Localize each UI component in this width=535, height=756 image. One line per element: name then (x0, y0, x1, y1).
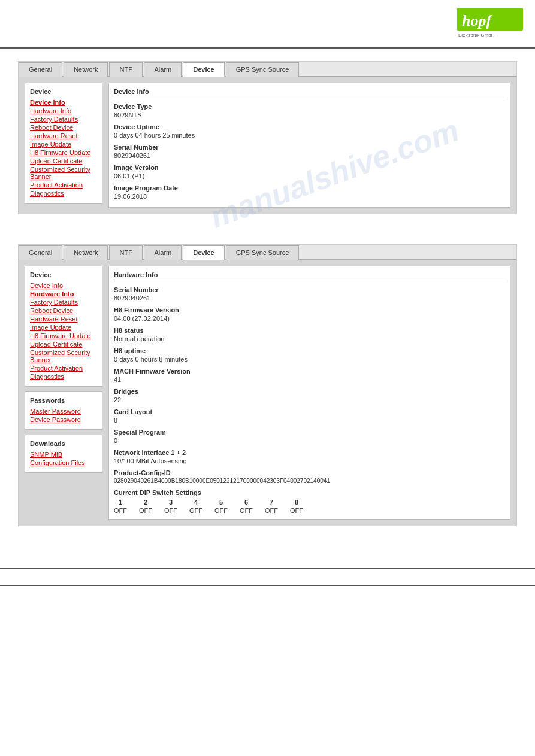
footer-line (0, 585, 535, 586)
dip-7: 7 OFF (265, 499, 278, 514)
field-device-type: Device Type 8029NTS (114, 103, 505, 119)
nav-device-info-2[interactable]: Device Info (30, 282, 97, 289)
tab-gps-1[interactable]: GPS Sync Source (226, 62, 300, 77)
field-h8-firmware: H8 Firmware Version 04.00 (27.02.2014) (114, 306, 505, 322)
passwords-title: Passwords (30, 397, 97, 404)
nav-master-password[interactable]: Master Password (30, 408, 97, 415)
dip-table: 1 OFF 2 OFF 3 OFF (114, 499, 505, 514)
left-nav-2: Device Device Info Hardware Info Factory… (25, 266, 102, 520)
dip-8: 8 OFF (290, 499, 303, 514)
tab-device-2[interactable]: Device (183, 245, 224, 260)
nav-config-files[interactable]: Configuration Files (30, 459, 97, 466)
downloads-box: Downloads SNMP MIB Configuration Files (25, 435, 102, 473)
nav-image-update-2[interactable]: Image Update (30, 324, 97, 331)
nav-factory-defaults-1[interactable]: Factory Defaults (30, 116, 97, 123)
panel-body-2: Device Device Info Hardware Info Factory… (19, 260, 516, 526)
field-image-version: Image Version 06.01 (P1) (114, 164, 505, 180)
nav-image-update-1[interactable]: Image Update (30, 141, 97, 148)
field-device-uptime: Device Uptime 0 days 04 hours 25 minutes (114, 123, 505, 139)
field-network-interface: Network Interface 1 + 2 10/100 MBit Auto… (114, 449, 505, 464)
field-h8-status: H8 status Normal operation (114, 327, 505, 342)
nav-upload-cert-1[interactable]: Upload Certificate (30, 157, 97, 165)
tab-network-1[interactable]: Network (64, 62, 108, 77)
nav-snmp-mib[interactable]: SNMP MIB (30, 451, 97, 458)
left-nav-box-1: Device Device Info Hardware Info Factory… (25, 83, 102, 204)
tab-network-2[interactable]: Network (64, 245, 108, 260)
field-serial-number-1: Serial Number 8029040261 (114, 144, 505, 159)
nav-hardware-info-1[interactable]: Hardware Info (30, 107, 97, 114)
tab-general-1[interactable]: General (19, 62, 62, 77)
section-divider (18, 232, 517, 244)
tab-alarm-1[interactable]: Alarm (144, 62, 182, 77)
nav-upload-cert-2[interactable]: Upload Certificate (30, 341, 97, 348)
dip-1: 1 OFF (114, 499, 127, 514)
svg-text:hopf: hopf (462, 12, 492, 29)
dip-6: 6 OFF (240, 499, 253, 514)
section-panel-2: General Network NTP Alarm Device GPS Syn… (18, 244, 517, 526)
dip-5: 5 OFF (214, 499, 228, 514)
dip-2: 2 OFF (139, 499, 152, 514)
left-nav-title-1: Device (30, 88, 97, 95)
svg-text:Elektronik GmbH: Elektronik GmbH (458, 32, 495, 38)
nav-hardware-info-2[interactable]: Hardware Info (30, 290, 97, 297)
nav-factory-defaults-2[interactable]: Factory Defaults (30, 299, 97, 306)
logo-area: hopf Elektronik GmbH (457, 8, 523, 39)
page-wrapper: hopf Elektronik GmbH General Network NTP… (0, 0, 535, 756)
nav-diagnostics-1[interactable]: Diagnostics (30, 190, 97, 197)
nav-security-banner-1[interactable]: Customized Security Banner (30, 166, 97, 180)
nav-reboot-device-1[interactable]: Reboot Device (30, 124, 97, 131)
field-h8-uptime: H8 uptime 0 days 0 hours 8 minutes (114, 347, 505, 363)
field-image-program-date: Image Program Date 19.06.2018 (114, 184, 505, 200)
nav-product-activation-2[interactable]: Product Activation (30, 365, 97, 372)
tab-alarm-2[interactable]: Alarm (144, 245, 182, 260)
nav-hardware-reset-2[interactable]: Hardware Reset (30, 315, 97, 323)
left-nav-1: Device Device Info Hardware Info Factory… (25, 83, 102, 208)
section-panel-1: General Network NTP Alarm Device GPS Syn… (18, 61, 517, 214)
passwords-box: Passwords Master Password Device Passwor… (25, 391, 102, 430)
dip-switch-section: Current DIP Switch Settings 1 OFF 2 OFF (114, 489, 505, 514)
nav-device-info-1[interactable]: Device Info (30, 99, 97, 106)
field-serial-number-2: Serial Number 8029040261 (114, 286, 505, 302)
dip-3: 3 OFF (164, 499, 177, 514)
tab-ntp-2[interactable]: NTP (109, 245, 143, 260)
nav-security-banner-2[interactable]: Customized Security Banner (30, 349, 97, 363)
field-bridges: Bridges 22 (114, 388, 505, 403)
tabs-1: General Network NTP Alarm Device GPS Syn… (19, 62, 516, 77)
field-mach-firmware: MACH Firmware Version 41 (114, 368, 505, 383)
left-nav-title-2: Device (30, 271, 97, 278)
field-special-program: Special Program 0 (114, 429, 505, 444)
right-title-1: Device Info (114, 88, 505, 98)
panel-body-1: Device Device Info Hardware Info Factory… (19, 77, 516, 214)
header: hopf Elektronik GmbH (0, 0, 535, 48)
hopf-logo: hopf Elektronik GmbH (457, 8, 523, 38)
right-content-1: Device Info Device Type 8029NTS Device U… (108, 83, 510, 208)
right-content-2: Hardware Info Serial Number 8029040261 H… (108, 266, 510, 520)
nav-product-activation-1[interactable]: Product Activation (30, 181, 97, 189)
main-content: General Network NTP Alarm Device GPS Syn… (0, 49, 535, 556)
dip-4: 4 OFF (189, 499, 202, 514)
nav-hardware-reset-1[interactable]: Hardware Reset (30, 132, 97, 139)
field-product-config-id: Product-Config-ID 028029040261B4000B180B… (114, 469, 505, 484)
tab-general-2[interactable]: General (19, 245, 62, 260)
footer (0, 568, 535, 586)
downloads-title: Downloads (30, 440, 97, 447)
tab-device-1[interactable]: Device (183, 62, 224, 77)
nav-h8-firmware-2[interactable]: H8 Firmware Update (30, 332, 97, 339)
left-nav-box-2: Device Device Info Hardware Info Factory… (25, 266, 102, 387)
nav-reboot-device-2[interactable]: Reboot Device (30, 307, 97, 314)
nav-h8-firmware-1[interactable]: H8 Firmware Update (30, 149, 97, 156)
tab-ntp-1[interactable]: NTP (109, 62, 143, 77)
right-title-2: Hardware Info (114, 271, 505, 281)
nav-device-password[interactable]: Device Password (30, 416, 97, 423)
nav-diagnostics-2[interactable]: Diagnostics (30, 373, 97, 380)
tabs-2: General Network NTP Alarm Device GPS Syn… (19, 245, 516, 260)
tab-gps-2[interactable]: GPS Sync Source (226, 245, 300, 260)
field-card-layout: Card Layout 8 (114, 408, 505, 424)
